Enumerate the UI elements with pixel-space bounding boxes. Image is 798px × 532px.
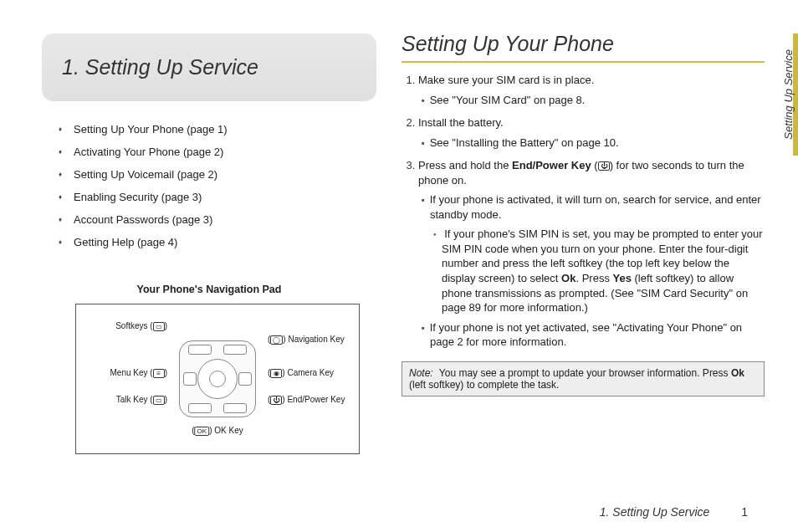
label-softkeys: Softkeys (▭) — [115, 321, 167, 331]
note-box: Note: You may see a prompt to update you… — [402, 361, 765, 396]
toc-item: Setting Up Voicemail (page 2) — [59, 165, 376, 187]
label-talk-key: Talk Key (▭) — [116, 395, 167, 405]
diagram-title: Your Phone's Navigation Pad — [42, 284, 376, 295]
page-footer: 1. Setting Up Service 1 — [600, 505, 748, 519]
step-3-sub-c: If your phone is not yet activated, see … — [418, 320, 765, 350]
camera-key-icon: ◉ — [270, 369, 282, 378]
chapter-title: 1. Setting Up Service — [62, 55, 356, 79]
steps-list: Make sure your SIM card is in place. See… — [402, 73, 765, 350]
toc-item: Account Passwords (page 3) — [59, 210, 376, 233]
note-label: Note: — [409, 367, 433, 379]
step-2: Install the battery. See "Installing the… — [418, 115, 765, 150]
step-3-sub-a: If your phone is activated, it will turn… — [418, 192, 765, 222]
ok-key-icon: OK — [195, 427, 210, 436]
phone-pad-illustration — [179, 340, 256, 417]
label-ok-key: (OK) OK Key — [192, 426, 243, 436]
step-3-bullet: If your phone's SIM PIN is set, you may … — [418, 227, 765, 315]
navigation-pad-diagram: Softkeys (▭) Menu Key (≡) Talk Key (▭) (… — [75, 304, 360, 454]
end-power-key-icon: ⏻ — [598, 161, 610, 171]
toc-item: Enabling Security (page 3) — [59, 187, 376, 210]
label-camera-key: (◉) Camera Key — [268, 368, 334, 378]
step-1: Make sure your SIM card is in place. See… — [418, 73, 765, 107]
chapter-heading-box: 1. Setting Up Service — [42, 33, 376, 101]
section-rule — [402, 61, 765, 63]
toc-item: Activating Your Phone (page 2) — [59, 142, 376, 165]
step-3: Press and hold the End/Power Key (⏻) for… — [418, 158, 765, 350]
toc-list: Setting Up Your Phone (page 1) Activatin… — [42, 120, 376, 255]
menu-key-icon: ≡ — [153, 369, 165, 378]
label-end-power-key: (⏻) End/Power Key — [268, 395, 345, 405]
step-2-sub: See "Installing the Battery" on page 10. — [418, 136, 765, 151]
label-navigation-key: (◯) Navigation Key — [268, 335, 345, 345]
step-1-sub: See "Your SIM Card" on page 8. — [418, 93, 765, 108]
toc-item: Getting Help (page 4) — [59, 233, 376, 255]
toc-item: Setting Up Your Phone (page 1) — [59, 120, 376, 142]
label-menu-key: Menu Key (≡) — [110, 368, 167, 378]
end-power-key-icon: ⏻ — [270, 396, 282, 405]
nav-key-icon: ◯ — [270, 335, 283, 345]
talk-key-icon: ▭ — [153, 396, 165, 405]
footer-text: 1. Setting Up Service — [600, 505, 710, 519]
section-title: Setting Up Your Phone — [402, 32, 765, 56]
page-number: 1 — [741, 505, 748, 519]
softkey-icon: ▭ — [153, 322, 165, 331]
